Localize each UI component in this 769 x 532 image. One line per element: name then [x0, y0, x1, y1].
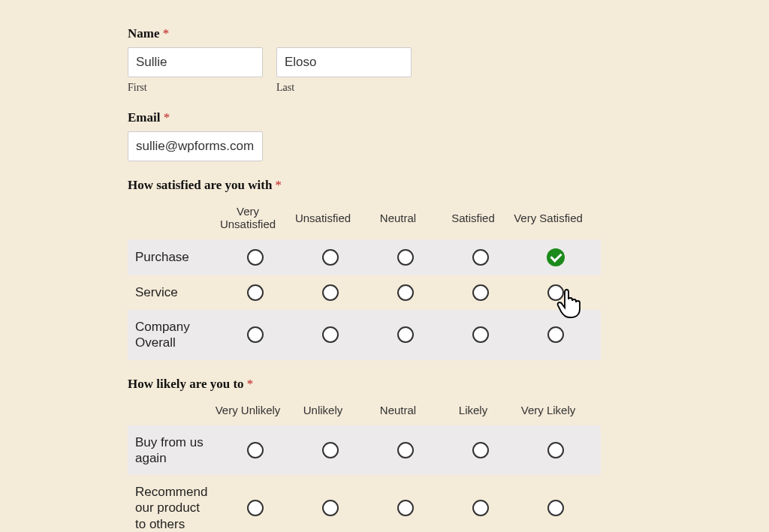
likelihood-col-1: Unlikely	[285, 404, 360, 416]
radio-service-4[interactable]	[547, 284, 564, 301]
radio-buy-1[interactable]	[322, 442, 339, 458]
satisfaction-section: How satisfied are you with * Very Unsati…	[128, 178, 638, 360]
email-label: Email *	[128, 110, 638, 125]
satisfaction-col-1: Unsatisfied	[285, 212, 360, 224]
name-label-text: Name	[128, 26, 159, 41]
radio-recp-3[interactable]	[472, 500, 489, 516]
radio-company-0[interactable]	[247, 326, 264, 343]
radio-recp-1[interactable]	[322, 500, 339, 516]
radio-buy-2[interactable]	[397, 442, 414, 458]
likelihood-section: How likely are you to * Very Unlikely Un…	[128, 377, 638, 533]
radio-purchase-2[interactable]	[397, 249, 414, 266]
likelihood-col-3: Likely	[436, 404, 511, 416]
required-asterisk: *	[276, 178, 282, 192]
radio-service-2[interactable]	[397, 284, 414, 301]
radio-recp-2[interactable]	[397, 500, 414, 516]
radio-purchase-1[interactable]	[322, 249, 339, 266]
row-label: Buy from us again	[135, 434, 218, 467]
radio-recp-0[interactable]	[247, 500, 264, 516]
first-name-input[interactable]	[128, 47, 263, 77]
likelihood-col-4: Very Likely	[511, 404, 586, 416]
radio-purchase-4[interactable]	[547, 248, 565, 266]
radio-company-4[interactable]	[547, 326, 564, 343]
radio-company-1[interactable]	[322, 326, 339, 343]
radio-buy-0[interactable]	[247, 442, 264, 458]
name-section: Name * First Last	[128, 26, 638, 94]
radio-buy-4[interactable]	[547, 442, 564, 458]
required-asterisk: *	[247, 377, 254, 391]
satisfaction-row-service: Service	[128, 275, 601, 310]
first-name-sublabel: First	[128, 82, 263, 94]
required-asterisk: *	[164, 110, 170, 125]
row-label: Company Overall	[135, 319, 218, 351]
satisfaction-col-3: Satisfied	[436, 212, 511, 224]
satisfaction-col-0: Very Unsatisfied	[210, 205, 285, 230]
radio-company-2[interactable]	[397, 326, 414, 343]
email-section: Email *	[128, 110, 638, 161]
satisfaction-col-2: Neutral	[360, 212, 436, 224]
likelihood-label: How likely are you to *	[128, 377, 638, 392]
email-input[interactable]	[128, 131, 263, 161]
name-label: Name *	[128, 26, 638, 41]
satisfaction-label-text: How satisfied are you with	[128, 178, 272, 192]
radio-buy-3[interactable]	[472, 442, 489, 458]
required-asterisk: *	[163, 26, 170, 41]
radio-purchase-0[interactable]	[247, 249, 264, 266]
satisfaction-row-company: Company Overall	[128, 310, 601, 360]
satisfaction-header: Very Unsatisfied Unsatisfied Neutral Sat…	[128, 199, 601, 239]
survey-form: Name * First Last Email * How satisfied …	[0, 0, 638, 532]
row-label: Recommend our product to others	[135, 484, 218, 532]
row-label: Service	[135, 284, 218, 300]
likelihood-col-2: Neutral	[360, 404, 436, 416]
radio-company-3[interactable]	[472, 326, 489, 343]
likelihood-likert: Very Unlikely Unlikely Neutral Likely Ve…	[128, 398, 601, 533]
email-label-text: Email	[128, 110, 160, 125]
satisfaction-row-purchase: Purchase	[128, 239, 601, 275]
satisfaction-label: How satisfied are you with *	[128, 178, 638, 193]
last-name-input[interactable]	[276, 47, 412, 77]
radio-service-3[interactable]	[472, 284, 489, 301]
row-label: Purchase	[135, 249, 218, 265]
radio-recp-4[interactable]	[547, 500, 564, 516]
radio-service-0[interactable]	[247, 284, 264, 301]
radio-service-1[interactable]	[322, 284, 339, 301]
likelihood-col-0: Very Unlikely	[210, 404, 285, 416]
likelihood-label-text: How likely are you to	[128, 377, 244, 391]
likelihood-row-rec-product: Recommend our product to others	[128, 475, 601, 532]
last-name-sublabel: Last	[276, 82, 412, 94]
likelihood-header: Very Unlikely Unlikely Neutral Likely Ve…	[128, 398, 601, 425]
likelihood-row-buy: Buy from us again	[128, 425, 601, 476]
radio-purchase-3[interactable]	[472, 249, 489, 266]
satisfaction-likert: Very Unsatisfied Unsatisfied Neutral Sat…	[128, 199, 601, 360]
satisfaction-col-4: Very Satisfied	[511, 212, 586, 224]
